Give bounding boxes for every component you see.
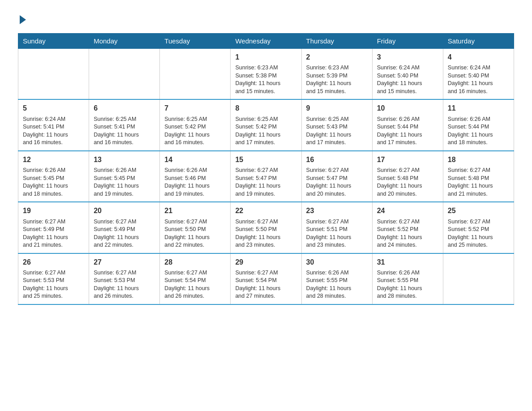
- calendar-cell: 13Sunrise: 6:26 AM Sunset: 5:45 PM Dayli…: [89, 151, 160, 202]
- calendar-cell: [443, 253, 514, 304]
- day-number: 2: [306, 52, 368, 62]
- day-info: Sunrise: 6:27 AM Sunset: 5:54 PM Dayligh…: [164, 269, 226, 300]
- calendar-cell: 14Sunrise: 6:26 AM Sunset: 5:46 PM Dayli…: [160, 151, 231, 202]
- day-number: 20: [94, 206, 155, 216]
- day-number: 31: [377, 257, 438, 267]
- day-number: 12: [23, 155, 84, 165]
- day-info: Sunrise: 6:25 AM Sunset: 5:43 PM Dayligh…: [306, 116, 368, 147]
- day-number: 14: [164, 155, 226, 165]
- calendar-cell: 10Sunrise: 6:26 AM Sunset: 5:44 PM Dayli…: [372, 99, 443, 150]
- calendar-header-saturday: Saturday: [443, 34, 514, 49]
- day-number: 22: [235, 206, 296, 216]
- day-number: 9: [306, 103, 368, 113]
- calendar-cell: 27Sunrise: 6:27 AM Sunset: 5:53 PM Dayli…: [89, 253, 160, 304]
- calendar-header-wednesday: Wednesday: [231, 34, 301, 49]
- day-info: Sunrise: 6:27 AM Sunset: 5:49 PM Dayligh…: [94, 218, 155, 249]
- day-number: 27: [94, 257, 155, 267]
- calendar-cell: 1Sunrise: 6:23 AM Sunset: 5:38 PM Daylig…: [231, 49, 301, 100]
- calendar-header-row: SundayMondayTuesdayWednesdayThursdayFrid…: [18, 34, 514, 49]
- calendar-week-row: 5Sunrise: 6:24 AM Sunset: 5:41 PM Daylig…: [18, 99, 514, 150]
- calendar-cell: 12Sunrise: 6:26 AM Sunset: 5:45 PM Dayli…: [18, 151, 89, 202]
- calendar-cell: 11Sunrise: 6:26 AM Sunset: 5:44 PM Dayli…: [443, 99, 514, 150]
- day-info: Sunrise: 6:26 AM Sunset: 5:46 PM Dayligh…: [164, 167, 226, 198]
- day-number: 17: [377, 155, 438, 165]
- calendar-cell: 7Sunrise: 6:25 AM Sunset: 5:42 PM Daylig…: [160, 99, 231, 150]
- day-info: Sunrise: 6:26 AM Sunset: 5:55 PM Dayligh…: [306, 269, 368, 300]
- day-info: Sunrise: 6:23 AM Sunset: 5:38 PM Dayligh…: [235, 64, 296, 95]
- day-number: 6: [94, 103, 155, 113]
- calendar-cell: [18, 49, 89, 100]
- day-info: Sunrise: 6:27 AM Sunset: 5:53 PM Dayligh…: [94, 269, 155, 300]
- day-number: 16: [306, 155, 368, 165]
- day-info: Sunrise: 6:27 AM Sunset: 5:54 PM Dayligh…: [235, 269, 296, 300]
- calendar-body: 1Sunrise: 6:23 AM Sunset: 5:38 PM Daylig…: [18, 49, 514, 304]
- logo: [18, 13, 26, 24]
- calendar-week-row: 19Sunrise: 6:27 AM Sunset: 5:49 PM Dayli…: [18, 202, 514, 253]
- day-info: Sunrise: 6:24 AM Sunset: 5:40 PM Dayligh…: [377, 64, 438, 95]
- calendar-cell: 8Sunrise: 6:25 AM Sunset: 5:42 PM Daylig…: [231, 99, 301, 150]
- calendar-cell: 15Sunrise: 6:27 AM Sunset: 5:47 PM Dayli…: [231, 151, 301, 202]
- calendar-cell: 26Sunrise: 6:27 AM Sunset: 5:53 PM Dayli…: [18, 253, 89, 304]
- day-number: 30: [306, 257, 368, 267]
- day-number: 10: [377, 103, 438, 113]
- day-number: 24: [377, 206, 438, 216]
- day-info: Sunrise: 6:27 AM Sunset: 5:49 PM Dayligh…: [23, 218, 84, 249]
- calendar-cell: 21Sunrise: 6:27 AM Sunset: 5:50 PM Dayli…: [160, 202, 231, 253]
- day-info: Sunrise: 6:27 AM Sunset: 5:52 PM Dayligh…: [448, 218, 509, 249]
- calendar-cell: 17Sunrise: 6:27 AM Sunset: 5:48 PM Dayli…: [372, 151, 443, 202]
- day-number: 19: [23, 206, 84, 216]
- calendar-cell: 3Sunrise: 6:24 AM Sunset: 5:40 PM Daylig…: [372, 49, 443, 100]
- calendar-cell: 22Sunrise: 6:27 AM Sunset: 5:50 PM Dayli…: [231, 202, 301, 253]
- calendar-cell: 31Sunrise: 6:26 AM Sunset: 5:55 PM Dayli…: [372, 253, 443, 304]
- day-info: Sunrise: 6:26 AM Sunset: 5:44 PM Dayligh…: [448, 116, 509, 147]
- calendar-cell: 9Sunrise: 6:25 AM Sunset: 5:43 PM Daylig…: [301, 99, 372, 150]
- day-info: Sunrise: 6:27 AM Sunset: 5:48 PM Dayligh…: [377, 167, 438, 198]
- calendar-header-sunday: Sunday: [18, 34, 89, 49]
- day-number: 4: [448, 52, 509, 62]
- day-number: 13: [94, 155, 155, 165]
- calendar-cell: 20Sunrise: 6:27 AM Sunset: 5:49 PM Dayli…: [89, 202, 160, 253]
- page-header: [18, 13, 514, 24]
- day-info: Sunrise: 6:27 AM Sunset: 5:50 PM Dayligh…: [164, 218, 226, 249]
- logo-arrow-icon: [20, 15, 26, 24]
- day-info: Sunrise: 6:27 AM Sunset: 5:48 PM Dayligh…: [448, 167, 509, 198]
- day-number: 21: [164, 206, 226, 216]
- day-info: Sunrise: 6:27 AM Sunset: 5:52 PM Dayligh…: [377, 218, 438, 249]
- calendar-cell: 29Sunrise: 6:27 AM Sunset: 5:54 PM Dayli…: [231, 253, 301, 304]
- day-info: Sunrise: 6:25 AM Sunset: 5:42 PM Dayligh…: [164, 116, 226, 147]
- day-info: Sunrise: 6:24 AM Sunset: 5:41 PM Dayligh…: [23, 116, 84, 147]
- day-number: 29: [235, 257, 296, 267]
- day-info: Sunrise: 6:25 AM Sunset: 5:41 PM Dayligh…: [94, 116, 155, 147]
- day-number: 5: [23, 103, 84, 113]
- day-number: 3: [377, 52, 438, 62]
- day-number: 8: [235, 103, 296, 113]
- day-info: Sunrise: 6:27 AM Sunset: 5:53 PM Dayligh…: [23, 269, 84, 300]
- day-info: Sunrise: 6:26 AM Sunset: 5:45 PM Dayligh…: [94, 167, 155, 198]
- day-info: Sunrise: 6:26 AM Sunset: 5:44 PM Dayligh…: [377, 116, 438, 147]
- day-number: 1: [235, 52, 296, 62]
- day-number: 11: [448, 103, 509, 113]
- day-number: 15: [235, 155, 296, 165]
- day-info: Sunrise: 6:27 AM Sunset: 5:47 PM Dayligh…: [235, 167, 296, 198]
- calendar-header-thursday: Thursday: [301, 34, 372, 49]
- day-info: Sunrise: 6:27 AM Sunset: 5:51 PM Dayligh…: [306, 218, 368, 249]
- calendar-cell: 5Sunrise: 6:24 AM Sunset: 5:41 PM Daylig…: [18, 99, 89, 150]
- calendar-week-row: 1Sunrise: 6:23 AM Sunset: 5:38 PM Daylig…: [18, 49, 514, 100]
- calendar-cell: 30Sunrise: 6:26 AM Sunset: 5:55 PM Dayli…: [301, 253, 372, 304]
- day-info: Sunrise: 6:27 AM Sunset: 5:47 PM Dayligh…: [306, 167, 368, 198]
- day-info: Sunrise: 6:27 AM Sunset: 5:50 PM Dayligh…: [235, 218, 296, 249]
- calendar-cell: 24Sunrise: 6:27 AM Sunset: 5:52 PM Dayli…: [372, 202, 443, 253]
- day-info: Sunrise: 6:25 AM Sunset: 5:42 PM Dayligh…: [235, 116, 296, 147]
- calendar-cell: 28Sunrise: 6:27 AM Sunset: 5:54 PM Dayli…: [160, 253, 231, 304]
- day-number: 26: [23, 257, 84, 267]
- calendar-cell: 23Sunrise: 6:27 AM Sunset: 5:51 PM Dayli…: [301, 202, 372, 253]
- day-info: Sunrise: 6:24 AM Sunset: 5:40 PM Dayligh…: [448, 64, 509, 95]
- day-number: 23: [306, 206, 368, 216]
- calendar-week-row: 26Sunrise: 6:27 AM Sunset: 5:53 PM Dayli…: [18, 253, 514, 304]
- calendar-cell: 18Sunrise: 6:27 AM Sunset: 5:48 PM Dayli…: [443, 151, 514, 202]
- calendar-cell: [89, 49, 160, 100]
- calendar-cell: 16Sunrise: 6:27 AM Sunset: 5:47 PM Dayli…: [301, 151, 372, 202]
- day-number: 25: [448, 206, 509, 216]
- day-info: Sunrise: 6:23 AM Sunset: 5:39 PM Dayligh…: [306, 64, 368, 95]
- day-info: Sunrise: 6:26 AM Sunset: 5:55 PM Dayligh…: [377, 269, 438, 300]
